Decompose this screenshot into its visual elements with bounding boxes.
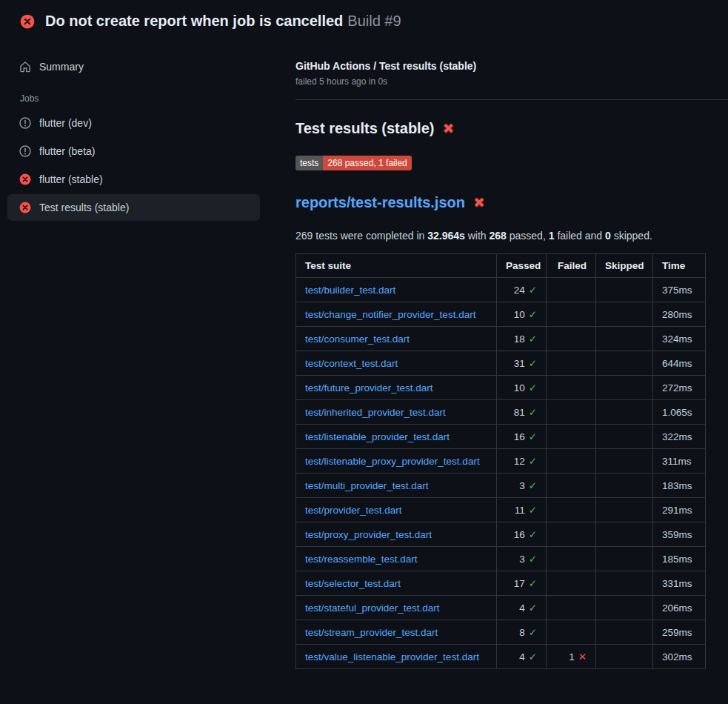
test-suite-link[interactable]: test/consumer_test.dart (305, 333, 410, 345)
sidebar-item-label: Test results (stable) (39, 202, 129, 213)
sidebar-item-summary[interactable]: Summary (7, 53, 260, 80)
skipped-cell (596, 571, 653, 596)
failed-cell: ✕ (547, 278, 596, 302)
check-icon: ✓ (529, 431, 537, 442)
skipped-cell (596, 474, 653, 498)
time-cell: 1.065s (653, 400, 706, 425)
passed-cell: 11✓ (497, 498, 547, 522)
check-icon: ✓ (529, 602, 537, 614)
test-suite-link[interactable]: test/selector_test.dart (305, 578, 401, 589)
workflow-run-title: Do not create report when job is cancell… (45, 13, 343, 29)
failed-cell: ✕ (547, 400, 596, 425)
test-suite-cell: test/proxy_provider_test.dart (296, 522, 497, 547)
failed-status-icon (19, 202, 31, 213)
test-suite-link[interactable]: test/context_test.dart (305, 358, 398, 369)
page: Do not create report when job is cancell… (0, 0, 728, 704)
check-icon: ✓ (529, 529, 537, 540)
passed-count: 4 (519, 602, 525, 614)
test-suite-link[interactable]: test/listenable_provider_test.dart (305, 431, 450, 442)
check-icon: ✓ (529, 505, 537, 516)
table-row: test/reassemble_test.dart 3✓ ✕ 185ms (296, 547, 706, 571)
check-icon: ✓ (529, 480, 537, 491)
results-table-body: test/builder_test.dart 24✓ ✕ 375ms test/… (296, 278, 706, 669)
test-suite-cell: test/builder_test.dart (296, 278, 497, 302)
skipped-cell (596, 596, 653, 620)
failed-cell: ✕ (547, 522, 596, 547)
test-suite-link[interactable]: test/provider_test.dart (305, 505, 402, 516)
passed-count: 24 (514, 285, 525, 296)
check-icon: ✓ (529, 651, 537, 663)
divider (295, 99, 728, 100)
test-suite-link[interactable]: test/builder_test.dart (305, 285, 395, 296)
passed-cell: 31✓ (497, 351, 547, 376)
test-suite-cell: test/stateful_provider_test.dart (296, 596, 497, 620)
test-suite-cell: test/change_notifier_provider_test.dart (296, 302, 497, 327)
section-title-text: Test results (stable) (295, 120, 434, 137)
report-file-link[interactable]: reports/test-results.json (295, 194, 465, 211)
table-row: test/multi_provider_test.dart 3✓ ✕ 183ms (296, 474, 706, 498)
test-suite-link[interactable]: test/multi_provider_test.dart (305, 480, 429, 491)
summary-text: passed, (507, 230, 549, 242)
sidebar-item-label: flutter (stable) (39, 173, 103, 185)
time-cell: 331ms (653, 571, 706, 596)
time-cell: 324ms (653, 327, 706, 351)
test-suite-link[interactable]: test/reassemble_test.dart (305, 554, 418, 565)
test-suite-cell: test/context_test.dart (296, 351, 497, 376)
table-header-row: Test suite Passed Failed Skipped Time (296, 254, 706, 278)
table-row: test/context_test.dart 31✓ ✕ 644ms (296, 351, 706, 376)
table-row: test/stateful_provider_test.dart 4✓ ✕ 20… (296, 596, 706, 620)
check-icon: ✓ (529, 407, 537, 418)
run-meta: failed 5 hours ago in 0s (295, 76, 706, 87)
summary-text: failed and (555, 230, 606, 242)
sidebar-summary-label: Summary (39, 61, 84, 73)
skipped-cell (596, 522, 653, 547)
sidebar-item-job-1[interactable]: flutter (beta) (7, 138, 260, 165)
skipped-cell (596, 302, 653, 327)
tests-badge: tests 268 passed, 1 failed (295, 156, 412, 170)
page-title: Do not create report when job is cancell… (45, 13, 401, 30)
passed-count: 8 (519, 627, 525, 638)
check-icon: ✓ (529, 285, 537, 296)
test-suite-link[interactable]: test/stateful_provider_test.dart (305, 602, 440, 614)
check-icon: ✓ (529, 309, 537, 320)
test-suite-link[interactable]: test/value_listenable_provider_test.dart (305, 651, 479, 663)
cross-icon: ✕ (578, 651, 587, 663)
time-cell: 185ms (653, 547, 706, 571)
time-cell: 311ms (653, 449, 706, 474)
passed-cell: 81✓ (497, 400, 547, 425)
test-suite-link[interactable]: test/inherited_provider_test.dart (305, 407, 446, 418)
passed-cell: 12✓ (497, 449, 547, 474)
skipped-cell (596, 278, 653, 302)
table-row: test/listenable_proxy_provider_test.dart… (296, 449, 706, 474)
check-icon: ✓ (529, 456, 537, 467)
test-suite-link[interactable]: test/listenable_proxy_provider_test.dart (305, 456, 480, 467)
test-suite-link[interactable]: test/proxy_provider_test.dart (305, 529, 432, 540)
passed-count: 11 (515, 505, 525, 516)
table-row: test/change_notifier_provider_test.dart … (296, 302, 706, 327)
test-suite-cell: test/selector_test.dart (296, 571, 497, 596)
test-suite-link[interactable]: test/stream_provider_test.dart (305, 627, 438, 638)
time-cell: 183ms (653, 474, 706, 498)
report-title: reports/test-results.json ✖ (295, 194, 706, 211)
sidebar-item-job-3[interactable]: Test results (stable) (7, 194, 260, 221)
section-title: Test results (stable) ✖ (295, 120, 706, 137)
col-header-test-suite: Test suite (296, 254, 497, 278)
neutral-status-icon (19, 117, 31, 129)
failed-x-icon: ✖ (442, 122, 454, 136)
check-icon: ✓ (529, 578, 537, 589)
failed-cell: ✕ (547, 376, 596, 400)
failed-x-circle-icon (20, 14, 35, 29)
sidebar-item-job-0[interactable]: flutter (dev) (7, 110, 260, 136)
test-suite-link[interactable]: test/change_notifier_provider_test.dart (305, 309, 475, 320)
passed-count: 16 (514, 431, 525, 442)
time-cell: 375ms (653, 278, 706, 302)
table-row: test/consumer_test.dart 18✓ ✕ 324ms (296, 327, 706, 351)
badge-label: tests (295, 156, 323, 170)
passed-cell: 4✓ (497, 645, 547, 669)
sidebar-item-job-2[interactable]: flutter (stable) (7, 166, 260, 193)
test-suite-link[interactable]: test/future_provider_test.dart (305, 382, 433, 393)
time-cell: 206ms (653, 596, 706, 620)
passed-cell: 3✓ (497, 547, 547, 571)
results-table: Test suite Passed Failed Skipped Time te… (295, 253, 706, 669)
failed-cell: ✕ (547, 547, 596, 571)
